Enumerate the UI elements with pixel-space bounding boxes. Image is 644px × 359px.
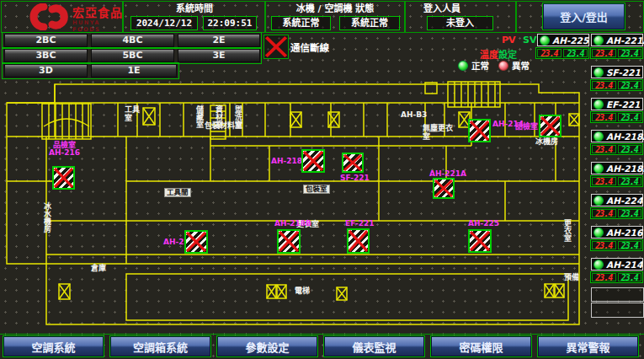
system-time-label: 系統時間 <box>127 3 262 14</box>
sv-value: 23.4 <box>618 241 642 249</box>
brand-logo-icon <box>27 3 69 30</box>
marker-ah-216[interactable] <box>52 166 75 190</box>
pv-value: 23.4 <box>537 49 562 57</box>
unit-name: AH-218A <box>606 131 644 142</box>
equipment-label-ef-221: EF-221 <box>345 220 375 228</box>
unit-ah-216[interactable]: AH-216 <box>591 226 643 238</box>
legend-abnormal: 異常 <box>498 59 530 72</box>
elevator-icon <box>555 284 564 297</box>
pv-value: 23.4 <box>592 209 616 217</box>
pv-value: 23.4 <box>592 81 616 89</box>
marker-ah-218b[interactable] <box>277 229 301 254</box>
unit-ah-216-values: 23.4 23.4 <box>590 239 643 251</box>
floor-button-row-2: 3BC 5BC 3E <box>2 47 262 64</box>
room-label-boxed: 包裝室 <box>303 185 330 194</box>
unit-ah-225-values: 23.4 23.4 <box>535 47 589 59</box>
floor-button-3e[interactable]: 3E <box>178 49 260 62</box>
nav-meter-monitor-button[interactable]: 儀表監視 <box>324 336 424 356</box>
room-label: 無塵更衣室 <box>423 125 456 142</box>
equipment-label-line: AH-216 <box>49 149 80 157</box>
equipment-label-ah-216: 品檢室 AH-216 <box>49 142 80 158</box>
abnormal-lamp-icon <box>498 61 508 71</box>
unit-name: AH-225 <box>552 35 588 46</box>
marker-sf-221[interactable] <box>342 153 364 173</box>
elevator-icon <box>545 284 554 297</box>
marker-ef-221[interactable] <box>347 228 370 254</box>
unit-ah-224[interactable]: AH-224 <box>591 194 643 206</box>
room-label: 倉庫 <box>91 265 106 273</box>
unit-ah-218a-values: 23.4 23.4 <box>590 143 643 155</box>
unit-ah-214[interactable]: AH-214 <box>591 258 643 271</box>
hvac-scada-screen: 宏亞食品 HUNYA FOODS 系統時間 2024/12/12 22:09:5… <box>0 0 644 359</box>
room-label: 冰水機房 <box>42 202 51 233</box>
room-label: 電梯 <box>295 287 310 296</box>
marker-ah-225[interactable] <box>468 229 492 253</box>
sv-value: 23.4 <box>563 49 588 57</box>
equipment-label-sf-221: SF-221 <box>340 174 370 182</box>
equipment-label-pin-jian: 品檢室 <box>515 123 538 131</box>
nav-alarm-button[interactable]: 異常警報 <box>538 336 638 356</box>
sv-value: 23.4 <box>618 113 642 121</box>
status-lamp-icon <box>593 131 604 142</box>
elevator-icon <box>277 285 286 298</box>
status-lamp-icon <box>593 99 604 110</box>
marker-pin-jian[interactable] <box>539 115 562 137</box>
nav-password-authority-button[interactable]: 密碼權限 <box>431 336 531 356</box>
brand-section: 宏亞食品 HUNYA FOODS <box>1 1 123 33</box>
system-date-value: 2024/12/12 <box>130 16 198 30</box>
elevator-icon <box>59 284 70 299</box>
pv-value: 23.4 <box>592 177 616 185</box>
unit-sf-221[interactable]: SF-221 <box>591 66 643 78</box>
unit-ah-225[interactable]: AH-225 <box>537 34 589 46</box>
login-label: 登入人員 <box>406 3 478 14</box>
room-label: AH-B3 <box>401 111 427 120</box>
floor-button-3bc[interactable]: 3BC <box>4 49 88 62</box>
nav-ahu-system-button[interactable]: 空調箱系統 <box>110 336 210 356</box>
unit-ah-218b[interactable]: AH-218B <box>591 162 643 174</box>
unit-ef-221[interactable]: EF-221 <box>591 98 643 110</box>
comm-loss-icon <box>263 35 289 59</box>
sv-label: SV <box>523 35 536 46</box>
floor-button-5bc[interactable]: 5BC <box>91 49 174 62</box>
marker-ah-214[interactable] <box>468 119 491 142</box>
marker-ah-221a[interactable] <box>433 178 455 199</box>
pv-value: 23.4 <box>592 241 616 249</box>
pv-value: 23.4 <box>592 49 616 57</box>
unit-ah-221a[interactable]: AH-221A <box>591 34 643 46</box>
sv-value: 23.4 <box>618 49 642 57</box>
login-logout-button[interactable]: 登入/登出 <box>543 3 625 29</box>
normal-label: 正常 <box>471 59 489 72</box>
unit-ah-218a[interactable]: AH-218A <box>591 130 643 142</box>
elevator-icon <box>337 287 347 300</box>
room-label-boxed: 工具間 <box>164 188 191 197</box>
system-time-value: 22:09:51 <box>203 16 257 30</box>
room-label: 盥洗室 <box>233 105 242 128</box>
unit-name: AH-224 <box>606 196 642 206</box>
nav-parameter-settings-button[interactable]: 參數設定 <box>217 336 317 356</box>
sv-value: 23.4 <box>618 177 642 185</box>
unit-ah-214-values: 23.4 23.4 <box>590 271 643 283</box>
unit-name: AH-214 <box>606 260 642 270</box>
pv-label: PV <box>502 35 516 46</box>
ac-status-badge: 系統正常 <box>339 16 400 30</box>
unit-name: AH-221A <box>606 35 644 46</box>
empty-readout-slot <box>591 287 644 302</box>
floor-button-2e[interactable]: 2E <box>178 34 260 47</box>
marker-ah-224[interactable] <box>184 230 208 254</box>
unit-name: SF-221 <box>606 67 641 78</box>
room-label: 預備 <box>564 274 579 282</box>
unit-sf-221-values: 23.4 23.4 <box>590 79 643 91</box>
normal-lamp-icon <box>458 61 468 71</box>
pv-value: 23.4 <box>592 145 616 153</box>
floor-button-4bc[interactable]: 4BC <box>91 34 174 47</box>
marker-ah-218a[interactable] <box>301 149 325 173</box>
floor-button-2bc[interactable]: 2BC <box>4 34 88 47</box>
sv-value: 23.4 <box>618 145 642 153</box>
equipment-label-ah-218b: AH-218B <box>274 220 311 228</box>
elevator-icon <box>143 108 155 125</box>
nav-ac-system-button[interactable]: 空調系統 <box>3 336 104 356</box>
elevator-icon <box>569 114 579 126</box>
unit-name: AH-218B <box>606 163 644 174</box>
brand-name-en: HUNYA FOODS <box>72 19 123 33</box>
unit-ah-224-values: 23.4 23.4 <box>590 207 643 219</box>
